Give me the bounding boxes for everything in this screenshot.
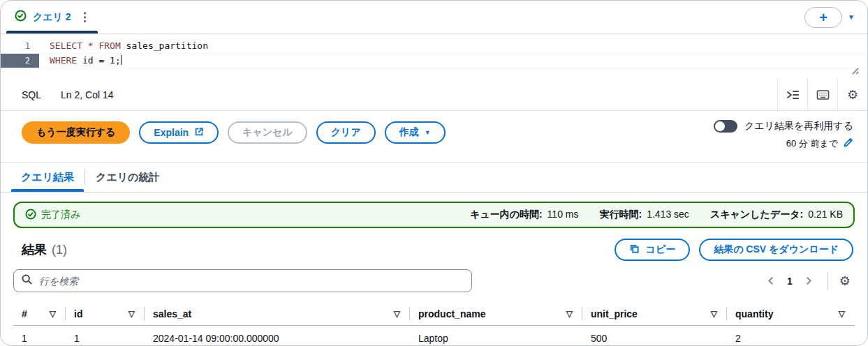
cell-id: 1 [66, 326, 145, 346]
stat-run-time: 実行時間:1.413 sec [599, 209, 689, 221]
line-number-active: 2 [1, 54, 39, 68]
tab-bar-controls: + ▼ [804, 7, 867, 28]
add-query-tab-button[interactable]: + [804, 7, 842, 28]
editor-resize-handle[interactable] [849, 65, 859, 77]
results-table: #▽ id▽ sales_at▽ product_name▽ unit_pric… [1, 299, 867, 346]
copy-icon [629, 243, 640, 256]
cursor-position-label: Ln 2, Col 14 [61, 89, 114, 100]
editor-line-1[interactable]: 1 SELECT * FROM sales_partition [1, 39, 867, 54]
edit-pencil-icon[interactable] [843, 137, 853, 150]
table-header-row: #▽ id▽ sales_at▽ product_name▽ unit_pric… [13, 302, 855, 326]
filter-icon[interactable]: ▽ [394, 310, 400, 318]
text-cursor [121, 55, 122, 65]
editor-line-2[interactable]: 2 WHERE id = 1; [1, 54, 867, 68]
results-count: (1) [52, 243, 67, 257]
toggle-knob [715, 121, 725, 131]
tab-query-stats[interactable]: クエリの統計 [85, 163, 170, 192]
status-bar-tools: ⚙ [777, 79, 867, 110]
cell-sales-at: 2024-01-14 09:00:00.000000 [145, 326, 410, 346]
filter-icon[interactable]: ▽ [839, 310, 845, 318]
pagination: 1 ⚙ [760, 272, 853, 290]
run-again-button[interactable]: もう一度実行する [22, 121, 130, 144]
action-buttons: もう一度実行する Explain キャンセル クリア 作成▼ [22, 121, 446, 144]
active-tab-underline [6, 31, 98, 33]
tab-list-caret-icon[interactable]: ▼ [848, 14, 855, 21]
external-link-icon [194, 127, 204, 139]
column-header-id: id▽ [66, 302, 145, 325]
editor-settings-gear-icon[interactable]: ⚙ [838, 79, 867, 110]
clear-button[interactable]: クリア [316, 121, 376, 144]
copy-button[interactable]: コピー [615, 239, 690, 261]
query-status-banner: 完了済み キュー内の時間:110 ms 実行時間:1.413 sec スキャンし… [13, 202, 855, 228]
column-header-unit-price: unit_price▽ [582, 302, 727, 325]
table-preferences-gear-icon[interactable]: ⚙ [837, 273, 853, 289]
keyboard-shortcuts-icon[interactable] [808, 79, 837, 110]
plus-icon: + [819, 10, 827, 24]
line-number: 1 [1, 39, 39, 53]
reuse-results-toggle[interactable] [714, 120, 737, 133]
chevron-down-icon: ▼ [425, 130, 431, 136]
column-header-index: #▽ [13, 302, 66, 325]
sql-editor[interactable]: 1 SELECT * FROM sales_partition 2 WHERE … [1, 34, 867, 79]
tab-query-2[interactable]: クエリ 2 ⋮ [1, 1, 102, 33]
column-header-sales-at: sales_at▽ [145, 302, 410, 325]
code-line-content: WHERE id = 1; [39, 54, 122, 68]
column-header-product-name: product_name▽ [410, 302, 582, 325]
reuse-duration-label: 60 分 前まで [786, 137, 838, 150]
cell-product-name: Laptop [410, 326, 582, 346]
stat-queue-time: キュー内の時間:110 ms [470, 209, 579, 221]
status-bar-info: SQL Ln 2, Col 14 [1, 79, 114, 110]
editor-language-label: SQL [22, 89, 41, 100]
cell-index: 1 [13, 326, 66, 346]
status-complete: 完了済み [25, 209, 80, 222]
query-actions-row: もう一度実行する Explain キャンセル クリア 作成▼ クエリ結果を再利用… [1, 111, 867, 163]
search-rows-input[interactable] [38, 275, 464, 287]
cell-unit-price: 500 [582, 326, 727, 346]
divider [827, 272, 828, 290]
column-header-quantity: quantity▽ [727, 302, 855, 325]
filter-icon[interactable]: ▽ [128, 310, 135, 318]
download-csv-button[interactable]: 結果の CSV をダウンロード [699, 239, 853, 261]
search-icon [22, 274, 32, 287]
cancel-button[interactable]: キャンセル [228, 121, 307, 144]
filter-icon[interactable]: ▽ [50, 310, 56, 318]
search-box [13, 269, 472, 292]
code-line-content: SELECT * FROM sales_partition [39, 39, 208, 53]
explain-button[interactable]: Explain [139, 121, 219, 144]
filter-icon[interactable]: ▽ [711, 310, 717, 318]
next-page-icon[interactable] [799, 273, 819, 288]
cell-quantity: 2 [727, 326, 855, 346]
reuse-results-label: クエリ結果を再利用する [744, 120, 853, 133]
query-success-icon [15, 10, 27, 24]
stat-data-scanned: スキャンしたデータ:0.21 KB [710, 209, 843, 221]
athena-query-panel: クエリ 2 ⋮ + ▼ 1 SELECT * FROM sales_partit… [0, 0, 868, 346]
query-tab-bar: クエリ 2 ⋮ + ▼ [1, 1, 867, 34]
tab-query-results[interactable]: クエリ結果 [10, 163, 84, 192]
results-header: 結果 (1) コピー 結果の CSV をダウンロード [1, 228, 867, 266]
editor-status-bar: SQL Ln 2, Col 14 ⚙ [1, 79, 867, 111]
query-stats: キュー内の時間:110 ms 実行時間:1.413 sec スキャンしたデータ:… [470, 209, 843, 221]
format-query-icon[interactable] [778, 79, 807, 110]
search-row: 1 ⚙ [1, 266, 867, 299]
table-row[interactable]: 1 1 2024-01-14 09:00:00.000000 Laptop 50… [13, 326, 855, 346]
results-buttons: コピー 結果の CSV をダウンロード [615, 239, 853, 261]
current-page-number[interactable]: 1 [781, 276, 799, 287]
success-check-icon [25, 209, 36, 222]
reuse-results-block: クエリ結果を再利用する 60 分 前まで [714, 120, 853, 150]
results-tab-bar: クエリ結果 クエリの統計 [1, 163, 867, 193]
previous-page-icon[interactable] [760, 273, 781, 288]
results-title: 結果 [22, 241, 47, 258]
filter-icon[interactable]: ▽ [566, 310, 573, 318]
create-button[interactable]: 作成▼ [385, 121, 446, 144]
query-tab-label: クエリ 2 [33, 11, 71, 24]
status-text: 完了済み [41, 209, 80, 221]
tab-options-kebab-icon[interactable]: ⋮ [78, 11, 92, 23]
